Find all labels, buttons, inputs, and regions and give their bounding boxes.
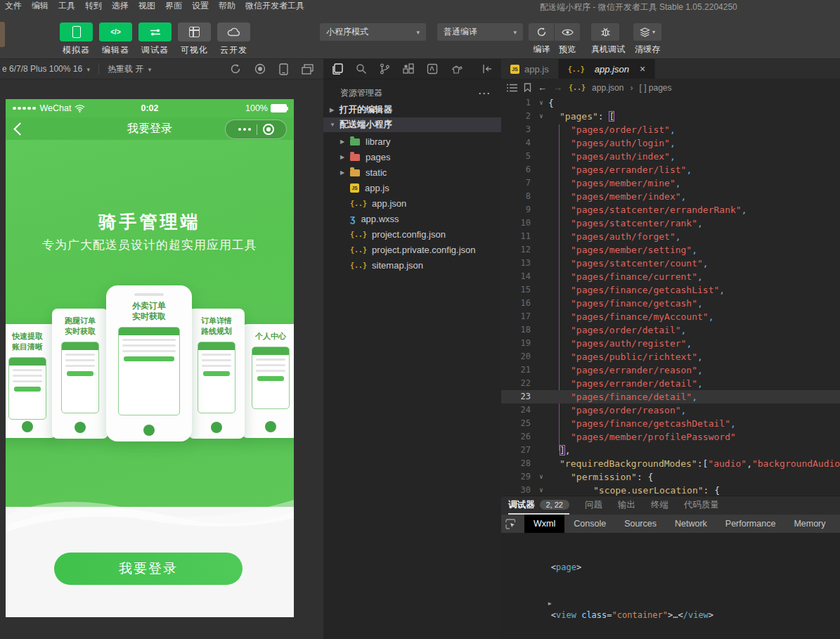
search-icon[interactable]	[356, 63, 367, 75]
toolbar-action-button[interactable]: ▾ 预览	[555, 23, 580, 56]
device-select[interactable]: e 6/7/8 Plus 100% 16 ▾	[2, 64, 90, 74]
toolbar-action-button[interactable]: ▾ 真机调试	[591, 23, 625, 56]
chevron-right-icon[interactable]: ▶	[340, 154, 350, 160]
refresh-simulator-icon[interactable]	[230, 63, 241, 75]
chevron-right-icon[interactable]: ▶	[340, 138, 350, 145]
fold-arrow-icon[interactable]: ∨	[534, 444, 548, 457]
menu-item[interactable]: 微信开发者工具	[240, 0, 309, 12]
devtools-tab[interactable]: Console	[564, 515, 615, 533]
fold-arrow-icon[interactable]: ∨	[534, 417, 548, 430]
more-actions-icon[interactable]: ···	[479, 89, 491, 98]
code-line[interactable]: 5 ∨ "pages/auth/index",	[501, 150, 840, 163]
editor-tab[interactable]: JS {..} app.js ×	[501, 59, 559, 79]
fold-arrow-icon[interactable]: ∨	[534, 404, 548, 417]
panel-tab[interactable]: 输出	[618, 496, 635, 515]
mode-select[interactable]: 小程序模式 ▾	[320, 23, 426, 41]
fold-arrow-icon[interactable]: ∨	[534, 310, 548, 323]
fold-arrow-icon[interactable]: ∨	[534, 257, 548, 270]
extensions-icon[interactable]	[403, 63, 414, 75]
wxml-node[interactable]: ▶ <page>	[510, 538, 840, 586]
nav-forward-icon[interactable]: →	[553, 82, 562, 93]
panel-tab[interactable]: 终端	[651, 496, 668, 515]
code-line[interactable]: 8 ∨ "pages/member/index",	[501, 190, 840, 203]
multi-window-icon[interactable]	[302, 64, 314, 75]
outline-list-icon[interactable]	[507, 84, 517, 92]
more-icon[interactable]	[238, 128, 251, 131]
code-line[interactable]: 3 ∨ "pages/order/list",	[501, 123, 840, 136]
toolbar-action-button[interactable]: ▾ 编译	[529, 23, 555, 56]
fold-arrow-icon[interactable]: ∨	[534, 176, 548, 190]
files-icon[interactable]	[332, 63, 343, 75]
editor-tab[interactable]: JS {..} app.json ×	[559, 59, 655, 79]
hot-reload-toggle[interactable]: 热重载 开 ▾	[108, 63, 151, 75]
devtools-tab[interactable]: Performance	[716, 515, 785, 533]
menu-item[interactable]: 界面	[160, 0, 187, 12]
toolbar-nav-button[interactable]: </> 可视化	[178, 22, 211, 56]
panel-tab[interactable]: 调试器 2, 22	[508, 496, 569, 515]
menu-item[interactable]: 编辑	[27, 0, 53, 12]
code-line[interactable]: 27 ∨ ],	[501, 444, 840, 457]
tree-item[interactable]: ▶ JS {..} ʒ pages	[323, 149, 501, 164]
code-line[interactable]: 18 ∨ "pages/order/detail",	[501, 323, 840, 337]
project-root-section[interactable]: ▼ 配送端小程序	[323, 117, 501, 132]
fold-arrow-icon[interactable]: ∨	[534, 363, 548, 377]
tree-item[interactable]: ▶ JS {..} ʒ project.config.json	[323, 226, 501, 242]
code-line[interactable]: 12 ∨ "pages/member/setting",	[501, 243, 840, 257]
compile-mode-select[interactable]: 普通编译 ▾	[437, 23, 523, 41]
fold-arrow-icon[interactable]: ∨	[534, 230, 548, 243]
code-line[interactable]: 11 ∨ "pages/auth/forget",	[501, 230, 840, 243]
breadcrumb-node[interactable]: [ ] pages	[639, 83, 671, 93]
code-line[interactable]: 2 ∨ "pages": [	[501, 110, 840, 123]
code-line[interactable]: 4 ∨ "pages/auth/login",	[501, 136, 840, 150]
fold-arrow-icon[interactable]: ∨	[534, 123, 548, 136]
fold-arrow-icon[interactable]: ∨	[534, 96, 548, 110]
fold-arrow-icon[interactable]: ∨	[534, 457, 548, 470]
code-line[interactable]: 7 ∨ "pages/member/mine",	[501, 176, 840, 190]
devtools-tab[interactable]: Memory	[784, 515, 834, 533]
tree-item[interactable]: ▶ JS {..} ʒ app.json	[323, 195, 501, 211]
menu-item[interactable]: 选择	[107, 0, 134, 12]
fold-arrow-icon[interactable]: ∨	[534, 283, 548, 297]
code-line[interactable]: 9 ∨ "pages/statcenter/erranderRank",	[501, 203, 840, 217]
menu-item[interactable]: 帮助	[214, 0, 240, 12]
fold-arrow-icon[interactable]: ∨	[534, 270, 548, 283]
code-line[interactable]: 16 ∨ "pages/finance/getcash",	[501, 297, 840, 310]
fold-arrow-icon[interactable]: ∨	[534, 484, 548, 496]
code-line[interactable]: 25 ∨ "pages/finance/getcashDetail",	[501, 417, 840, 430]
fold-arrow-icon[interactable]: ∨	[534, 470, 548, 484]
code-line[interactable]: 22 ∨ "pages/errander/detail",	[501, 377, 840, 390]
git-branch-icon[interactable]	[380, 63, 390, 75]
stop-icon[interactable]	[254, 63, 266, 75]
fold-arrow-icon[interactable]: ∨	[534, 390, 548, 404]
inspect-element-icon[interactable]	[501, 519, 522, 529]
tree-item[interactable]: ▶ JS {..} ʒ project.private.config.json	[323, 242, 501, 257]
devtools-tab[interactable]: Network	[666, 515, 716, 533]
bookmark-icon[interactable]	[524, 83, 531, 92]
menu-item[interactable]: 工具	[53, 0, 80, 12]
code-line[interactable]: 6 ∨ "pages/errander/list",	[501, 163, 840, 176]
code-line[interactable]: 29 ∨ "permission": {	[501, 470, 840, 484]
fold-arrow-icon[interactable]: ∨	[534, 150, 548, 163]
code-line[interactable]: 28 ∨ "requiredBackgroundModes":["audio",…	[501, 457, 840, 470]
fold-arrow-icon[interactable]: ∨	[534, 430, 548, 444]
panel-tab[interactable]: 问题	[585, 496, 602, 515]
fold-arrow-icon[interactable]: ∨	[534, 350, 548, 363]
breadcrumb-file[interactable]: app.json	[592, 83, 623, 93]
snippets-icon[interactable]	[427, 63, 438, 75]
code-line[interactable]: 14 ∨ "pages/finance/current",	[501, 270, 840, 283]
fold-arrow-icon[interactable]: ∨	[534, 190, 548, 203]
fold-arrow-icon[interactable]: ∨	[534, 337, 548, 350]
devtools-tab[interactable]: Ap	[835, 515, 840, 533]
close-icon[interactable]: ×	[640, 63, 645, 75]
code-line[interactable]: 24 ∨ "pages/order/reason",	[501, 404, 840, 417]
code-line[interactable]: 21 ∨ "pages/errander/reason",	[501, 363, 840, 377]
menu-item[interactable]: 视图	[134, 0, 160, 12]
fold-arrow-icon[interactable]: ∨	[534, 110, 548, 123]
menu-item[interactable]: 转到	[80, 0, 107, 12]
fold-arrow-icon[interactable]: ∨	[534, 163, 548, 176]
tree-item[interactable]: ▶ JS {..} ʒ static	[323, 164, 501, 180]
fold-arrow-icon[interactable]: ∨	[534, 297, 548, 310]
toolbar-nav-button[interactable]: </> 模拟器	[60, 22, 93, 56]
close-minibar-icon[interactable]	[263, 124, 274, 135]
user-avatar[interactable]	[0, 22, 5, 47]
